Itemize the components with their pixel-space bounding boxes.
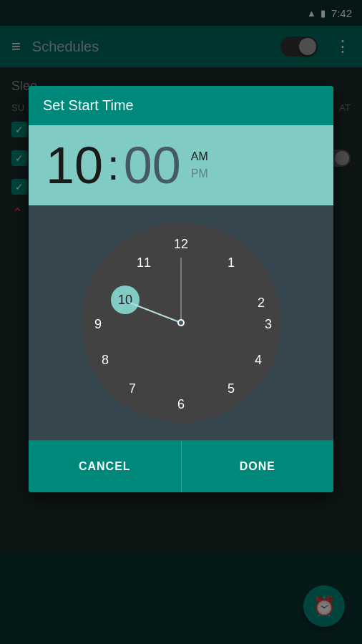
svg-line-13 — [129, 303, 181, 323]
time-hours[interactable]: 10 — [46, 140, 103, 191]
time-colon: : — [107, 144, 119, 187]
svg-text:11: 11 — [137, 255, 151, 270]
set-start-time-dialog: Set Start Time 10 : 00 AM PM 12 1 2 3 — [29, 86, 333, 492]
done-button[interactable]: DONE — [182, 441, 334, 492]
clock-container: 12 1 2 3 4 5 6 7 8 9 — [29, 205, 333, 440]
svg-text:12: 12 — [174, 237, 188, 251]
svg-text:9: 9 — [94, 317, 102, 331]
clock-face[interactable]: 12 1 2 3 4 5 6 7 8 9 — [81, 223, 281, 423]
time-minutes[interactable]: 00 — [124, 140, 181, 191]
am-option[interactable]: AM — [191, 148, 208, 165]
svg-text:10: 10 — [118, 293, 132, 307]
svg-point-16 — [179, 321, 183, 325]
ampm-selector[interactable]: AM PM — [191, 148, 208, 182]
svg-text:2: 2 — [258, 296, 265, 310]
pm-option[interactable]: PM — [191, 165, 208, 182]
svg-text:4: 4 — [255, 353, 262, 367]
svg-text:6: 6 — [177, 397, 185, 411]
clock-svg: 12 1 2 3 4 5 6 7 8 9 — [81, 223, 281, 423]
dialog-header: Set Start Time — [29, 86, 333, 125]
dialog-title: Set Start Time — [43, 97, 134, 113]
svg-text:5: 5 — [228, 381, 235, 396]
time-display: 10 : 00 AM PM — [29, 125, 333, 205]
svg-text:3: 3 — [265, 317, 272, 331]
svg-text:8: 8 — [102, 353, 109, 367]
dialog-actions: CANCEL DONE — [29, 440, 333, 492]
svg-text:7: 7 — [129, 381, 136, 396]
svg-text:1: 1 — [228, 255, 235, 270]
cancel-button[interactable]: CANCEL — [29, 441, 182, 492]
